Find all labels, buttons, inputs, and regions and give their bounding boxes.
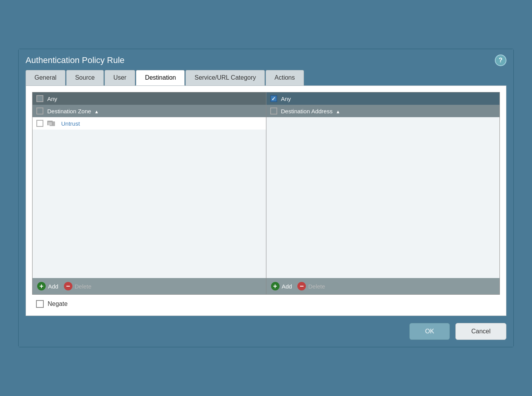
dialog-title: Authentication Policy Rule bbox=[26, 55, 125, 65]
address-sort-arrow: ▲ bbox=[336, 109, 340, 114]
zone-icon-svg bbox=[47, 120, 57, 127]
destination-zone-panel: Any Destination Zone ▲ bbox=[33, 92, 266, 294]
dialog-title-bar: Authentication Policy Rule ? bbox=[19, 49, 513, 70]
svg-rect-2 bbox=[48, 122, 52, 125]
zone-item-label[interactable]: Untrust bbox=[61, 120, 80, 127]
authentication-policy-rule-dialog: Authentication Policy Rule ? General Sou… bbox=[18, 49, 514, 347]
negate-row: Negate bbox=[32, 295, 500, 309]
tab-source[interactable]: Source bbox=[66, 70, 104, 85]
zone-sort-arrow: ▲ bbox=[94, 109, 99, 114]
zone-add-icon: + bbox=[37, 282, 46, 290]
zone-item-checkbox[interactable] bbox=[36, 120, 43, 127]
zone-add-button[interactable]: + Add bbox=[37, 282, 58, 290]
zone-delete-button[interactable]: − Delete bbox=[64, 282, 91, 290]
zone-panel-footer: + Add − Delete bbox=[33, 278, 266, 294]
address-delete-icon: − bbox=[297, 282, 306, 290]
checkbox-check-mark: ✓ bbox=[271, 96, 276, 102]
zone-delete-label: Delete bbox=[75, 283, 91, 290]
destination-address-panel: ✓ Any Destination Address ▲ bbox=[266, 92, 500, 294]
address-header-row[interactable]: Destination Address ▲ bbox=[266, 105, 500, 117]
dialog-footer: OK Cancel bbox=[19, 316, 513, 347]
destination-zone-list: Any Destination Zone ▲ bbox=[33, 92, 266, 278]
zone-delete-icon: − bbox=[64, 282, 72, 290]
zone-header-row[interactable]: Destination Zone ▲ bbox=[33, 105, 266, 117]
address-any-row[interactable]: ✓ Any bbox=[266, 92, 500, 105]
address-delete-label: Delete bbox=[308, 283, 325, 290]
destination-address-list: ✓ Any Destination Address ▲ bbox=[266, 92, 500, 278]
zone-add-label: Add bbox=[48, 283, 58, 290]
zone-header-checkbox[interactable] bbox=[36, 108, 43, 114]
address-delete-button[interactable]: − Delete bbox=[297, 282, 325, 290]
tab-service-url[interactable]: Service/URL Category bbox=[185, 70, 265, 85]
zone-item-untrust[interactable]: Untrust bbox=[33, 117, 266, 130]
address-panel-footer: + Add − Delete bbox=[266, 278, 500, 294]
panels-row: Any Destination Zone ▲ bbox=[32, 92, 500, 295]
address-header-label: Destination Address ▲ bbox=[281, 108, 340, 114]
negate-label: Negate bbox=[48, 300, 68, 307]
zone-item-icon bbox=[47, 120, 57, 127]
tab-actions[interactable]: Actions bbox=[266, 70, 304, 85]
ok-button[interactable]: OK bbox=[409, 323, 450, 340]
tabs-bar: General Source User Destination Service/… bbox=[19, 70, 513, 85]
address-any-checkbox[interactable]: ✓ bbox=[270, 95, 277, 102]
zone-empty-area bbox=[33, 130, 266, 278]
tab-general[interactable]: General bbox=[26, 70, 65, 85]
tab-destination[interactable]: Destination bbox=[136, 70, 185, 85]
cancel-button[interactable]: Cancel bbox=[455, 323, 506, 340]
zone-header-label: Destination Zone ▲ bbox=[47, 108, 99, 114]
address-header-checkbox[interactable] bbox=[270, 108, 277, 114]
tab-user[interactable]: User bbox=[105, 70, 136, 85]
zone-any-label: Any bbox=[47, 96, 57, 102]
zone-any-row[interactable]: Any bbox=[33, 92, 266, 105]
help-icon[interactable]: ? bbox=[495, 55, 506, 66]
address-any-label: Any bbox=[281, 96, 291, 102]
address-empty-area bbox=[266, 117, 500, 278]
address-add-icon: + bbox=[271, 282, 280, 290]
address-add-label: Add bbox=[282, 283, 292, 290]
negate-checkbox[interactable] bbox=[36, 300, 44, 308]
dialog-content: Any Destination Zone ▲ bbox=[26, 85, 506, 316]
zone-any-checkbox[interactable] bbox=[36, 95, 43, 102]
address-add-button[interactable]: + Add bbox=[271, 282, 292, 290]
